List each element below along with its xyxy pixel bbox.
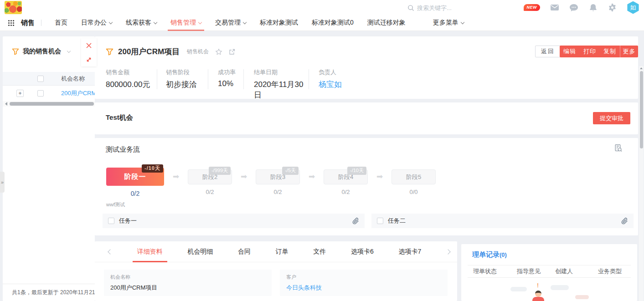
vertical-scroll-thumb[interactable] [640, 71, 643, 148]
stage-1: 阶段一 -/10天 0/2 [106, 165, 164, 197]
more-button[interactable]: 更多 [620, 46, 638, 57]
column-header-biz-type: 业务类型 [598, 267, 622, 275]
sidebar-collapse-toggle[interactable]: » [0, 172, 5, 193]
horizontal-scrollbar[interactable] [3, 101, 95, 107]
stage-3: 阶段3 -/5天 0/2 [256, 165, 300, 195]
column-header-guidance: 指导意见 [517, 267, 555, 275]
chat-icon[interactable] [569, 3, 578, 12]
tab-option7[interactable]: 选项卡7 [399, 241, 422, 262]
app-logo[interactable] [5, 1, 22, 14]
submit-approval-button[interactable]: 提交审批 [593, 112, 630, 124]
close-icon[interactable] [81, 38, 97, 52]
scroll-left-arrow-icon[interactable] [5, 102, 7, 106]
back-button[interactable]: 返回 [535, 46, 561, 57]
field-customer: 客户 今日头条科技 [280, 270, 448, 296]
stage-pill-active[interactable]: 阶段一 -/10天 [106, 168, 164, 186]
stage-pill[interactable]: 阶段2 -/999天 [188, 169, 232, 184]
owner-link[interactable]: 杨宝如 [319, 79, 342, 90]
scroll-up-arrow-icon[interactable] [640, 67, 643, 69]
nav-item-trade-mgmt[interactable]: 交易管理 [215, 15, 246, 31]
stage-4: 阶段4 -/10天 0/2 [324, 165, 368, 195]
task-item: 任务二 [371, 214, 634, 228]
user-avatar[interactable]: 如 [627, 1, 639, 14]
attachment-icon[interactable] [621, 218, 628, 224]
nav-item-leads[interactable]: 线索获客 [126, 15, 157, 31]
crm-app: NEW [0, 0, 644, 301]
share-icon[interactable] [229, 49, 235, 55]
nav-item-more-menu[interactable]: 更多菜单 [433, 15, 464, 31]
row-checkbox[interactable] [37, 90, 44, 97]
sidebar-title: 我的销售机会 [23, 47, 61, 56]
tab-scroll-left-icon[interactable] [108, 249, 113, 254]
metrics-row: 销售金额 800000.00元 销售阶段 初步接洽 成功率 10% 结单日期 2… [106, 68, 342, 100]
customer-link[interactable]: 今日头条科技 [286, 284, 441, 292]
edit-button[interactable]: 编辑 [560, 46, 580, 57]
favorite-star-icon[interactable] [215, 48, 222, 56]
bell-icon[interactable] [588, 3, 598, 12]
gear-icon[interactable] [608, 3, 617, 12]
horizontal-scroll-thumb[interactable] [10, 102, 94, 106]
records-title: 理单记录(0) [472, 250, 507, 259]
empty-person-head [535, 291, 541, 297]
nav-item-sales-mgmt[interactable]: 销售管理 [170, 15, 201, 31]
new-badge[interactable]: NEW [524, 4, 541, 11]
records-table-header: 理单状态 指导意见 创建人 业务类型 [468, 265, 631, 278]
tab-orders[interactable]: 订单 [276, 241, 289, 262]
chevron-down-icon [109, 20, 113, 24]
attachment-icon[interactable] [352, 218, 359, 224]
stage-pill[interactable]: 阶段3 -/5天 [256, 169, 300, 184]
tab-opportunity-lines[interactable]: 机会明细 [187, 241, 213, 262]
sidebar-view-selector[interactable]: 我的销售机会 [12, 47, 70, 56]
metric-stage: 销售阶段 初步接洽 [166, 68, 208, 90]
task-checkbox[interactable] [377, 218, 383, 224]
nav-item-home[interactable]: 首页 [55, 15, 67, 31]
chevron-down-icon [154, 20, 157, 24]
primary-nav: 销售 首页 日常办公 线索获客 销售管理 交易管理 标准对象测试 标准对象测试0… [0, 15, 644, 31]
flow-record-icon[interactable] [614, 144, 623, 154]
opportunity-detail-card: 200用户CRM项目 销售机会 返回 编辑 打印 复制 更多 销售金额 [95, 36, 638, 99]
arrow-right-icon: ➡ [164, 172, 188, 181]
apps-grid-icon[interactable] [6, 18, 15, 27]
tab-contracts[interactable]: 合同 [238, 241, 251, 262]
tab-detail-info[interactable]: 详细资料 [137, 241, 163, 262]
nav-item-migrate-test[interactable]: 测试迁移对象 [367, 15, 406, 31]
copy-button[interactable]: 复制 [600, 46, 620, 57]
stage-pill[interactable]: 阶段4 -/10天 [324, 169, 368, 184]
nav-item-daily-office[interactable]: 日常办公 [81, 15, 112, 31]
detail-tabs-card: 详细资料 机会明细 合同 订单 文件 选项卡6 选项卡7 机会名称 200用户C… [95, 241, 457, 301]
tab-option6[interactable]: 选项卡6 [351, 241, 374, 262]
column-header-creator: 创建人 [555, 267, 598, 275]
chevron-down-icon [198, 20, 202, 24]
stage-pill[interactable]: 阶段5 [392, 169, 436, 184]
expand-row-button[interactable]: + [16, 90, 24, 97]
expand-icon[interactable] [81, 52, 97, 66]
stage-sla-badge: -/10天 [347, 167, 366, 175]
print-button[interactable]: 打印 [580, 46, 600, 57]
vertical-scrollbar[interactable] [639, 66, 644, 301]
tab-scroll-right-icon[interactable] [445, 249, 450, 254]
test-opportunity-card: Test机会 提交审批 [95, 102, 638, 134]
detail-title: 200用户CRM项目 [118, 46, 180, 57]
metric-amount: 销售金额 800000.00元 [106, 68, 157, 90]
search-input[interactable] [417, 5, 499, 11]
stage-5: 阶段5 0/0 [392, 165, 436, 195]
opportunity-list-panel: 我的销售机会 机会名称 + 200用户CRM项目 共1条，最后更新于 2020年… [3, 36, 95, 301]
mail-icon[interactable] [550, 3, 559, 12]
empty-exclamation: ! [537, 282, 539, 289]
column-header-status: 理单状态 [473, 267, 517, 275]
task-label: 任务二 [388, 217, 617, 225]
opportunity-link[interactable]: 200用户CRM项目 [61, 89, 95, 97]
sidebar-footer-status: 共1条，最后更新于 2020年11月21日 [3, 284, 95, 301]
detail-overlay-controls [81, 38, 97, 66]
chevron-down-icon [243, 20, 247, 24]
tab-bar: 详细资料 机会明细 合同 订单 文件 选项卡6 选项卡7 [108, 241, 450, 262]
nav-item-std-object-test[interactable]: 标准对象测试 [260, 15, 298, 31]
select-all-checkbox[interactable] [37, 76, 44, 82]
tab-files[interactable]: 文件 [313, 241, 326, 262]
task-checkbox[interactable] [108, 218, 114, 224]
stage-sla-badge: -/10天 [142, 164, 163, 173]
stage-sla-badge: -/999天 [209, 167, 231, 175]
test-section-title: Test机会 [106, 113, 133, 122]
action-button-group: 编辑 打印 复制 更多 [560, 46, 638, 57]
nav-item-std-object-test0[interactable]: 标准对象测试0 [312, 15, 354, 31]
